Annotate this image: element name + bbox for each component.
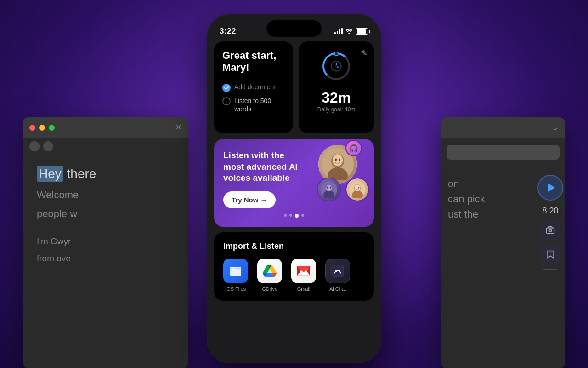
avatar-sm-1-img: [318, 178, 340, 201]
avatar-sm-2: [345, 178, 369, 201]
avatar-woman2-svg: [349, 181, 366, 198]
svg-point-22: [356, 187, 356, 189]
task-item-2[interactable]: Listen to 500 words: [222, 97, 285, 113]
browser-collapse-button[interactable]: ⌄: [552, 122, 559, 132]
import-item-ai-chat[interactable]: Ai Chat: [325, 259, 350, 292]
svg-point-10: [335, 159, 337, 161]
highlight-hey-text: Hey: [37, 166, 63, 182]
task-check-empty-icon: [222, 97, 231, 105]
svg-point-27: [335, 270, 337, 272]
right-control-strip: 8:20: [537, 175, 564, 270]
svg-rect-25: [230, 267, 235, 270]
svg-point-28: [339, 270, 340, 272]
aichat-svg: [331, 264, 345, 278]
browser-line3: people w: [37, 206, 175, 221]
dot-1[interactable]: [284, 214, 287, 217]
timer-icon: [330, 60, 343, 73]
greeting-title: Great start, Mary!: [222, 50, 285, 74]
svg-point-5: [335, 65, 338, 68]
timer-dot: [334, 52, 339, 56]
gdrive-label: GDrive: [262, 286, 277, 292]
phone-main-content: Great start, Mary! Add document Listen t…: [207, 41, 381, 301]
play-button[interactable]: [537, 175, 563, 201]
dot-3-active[interactable]: [295, 214, 299, 218]
widgets-row: Great start, Mary! Add document Listen t…: [214, 41, 374, 133]
svg-point-15: [326, 185, 332, 191]
import-item-gdrive[interactable]: GDrive: [257, 259, 282, 292]
dot-4[interactable]: [301, 214, 304, 217]
traffic-light-green[interactable]: [49, 125, 55, 131]
gmail-svg: [296, 265, 311, 276]
gdrive-icon-box: [257, 259, 282, 283]
browser-line4: I'm Gwyr: [37, 235, 175, 248]
battery-icon: [356, 28, 368, 34]
avatar-woman1-svg: [321, 181, 337, 198]
play-icon: [548, 183, 555, 192]
svg-point-1: [549, 229, 552, 232]
dot-2[interactable]: [289, 214, 292, 217]
divider: [543, 269, 557, 270]
svg-point-9: [333, 154, 343, 166]
svg-point-17: [330, 187, 331, 189]
browser-text-line1: Hey there: [37, 164, 175, 184]
phone-screen: 3:22: [207, 14, 381, 363]
playback-time: 8:20: [542, 206, 558, 216]
traffic-light-yellow[interactable]: [39, 125, 45, 131]
browser-line2: Welcome: [37, 187, 175, 202]
ios-files-icon-box: [223, 259, 248, 283]
svg-point-23: [358, 187, 359, 189]
import-item-gmail[interactable]: Gmail: [291, 259, 316, 292]
task-item-1[interactable]: Add document: [222, 83, 285, 92]
avatar-sm-1: [317, 178, 341, 201]
screenshot-icon[interactable]: [541, 221, 560, 240]
status-time: 3:22: [220, 27, 236, 36]
signal-icon: [334, 29, 343, 34]
import-listen-section: Import & Listen iOS Files: [214, 232, 374, 301]
timer-widget: ✎ 32m Daily goal: 40m: [299, 41, 374, 133]
greeting-widget: Great start, Mary! Add document Listen t…: [214, 41, 293, 133]
banner-avatars: 🎧: [317, 144, 369, 201]
task-check-done-icon: [222, 84, 231, 92]
task-2-text: Listen to 500 words: [234, 97, 285, 113]
svg-point-16: [327, 187, 328, 189]
browser-line5: from ove: [37, 252, 175, 265]
svg-point-11: [339, 159, 340, 161]
ios-files-svg: [229, 264, 243, 278]
traffic-light-red[interactable]: [29, 125, 35, 131]
headphone-icon: 🎧: [349, 144, 358, 153]
gmail-label: Gmail: [297, 286, 311, 292]
timer-value: 32m: [305, 89, 368, 106]
phone-device: 3:22: [207, 14, 381, 363]
import-item-ios-files[interactable]: iOS Files: [223, 259, 248, 292]
wifi-icon: [345, 28, 353, 35]
avatar-sm-2-img: [346, 178, 368, 201]
timer-edit-button[interactable]: ✎: [361, 48, 368, 58]
search-bar[interactable]: [447, 145, 560, 160]
timer-circle: [322, 52, 350, 80]
browser-titlebar-left: ✕: [23, 117, 188, 138]
bookmark-icon[interactable]: [541, 245, 560, 264]
browser-titlebar-right: ⌄: [441, 117, 565, 138]
aichat-label: Ai Chat: [329, 286, 346, 292]
browser-nav-btn-1: [29, 141, 40, 151]
ai-voices-banner: Listen with the most advanced AI voices …: [214, 139, 374, 227]
browser-close-button[interactable]: ✕: [175, 124, 182, 131]
svg-point-21: [355, 185, 360, 191]
aichat-icon-box: [325, 259, 350, 283]
avatar-headphone-badge: 🎧: [345, 140, 362, 156]
dynamic-island: [266, 20, 322, 37]
ios-files-label: iOS Files: [226, 286, 246, 292]
browser-searchbar-right: [441, 138, 565, 167]
browser-controls-left: [23, 138, 188, 155]
task-1-text: Add document: [234, 83, 276, 91]
try-now-button[interactable]: Try Now →: [223, 191, 276, 208]
status-icons: [334, 28, 368, 35]
gdrive-svg: [263, 264, 277, 277]
browser-nav-btn-2: [43, 141, 53, 151]
timer-goal: Daily goal: 40m: [305, 106, 368, 113]
banner-text: Listen with the most advanced AI voices …: [223, 150, 301, 184]
browser-there-text: there: [63, 167, 96, 181]
svg-rect-0: [547, 228, 554, 234]
gmail-icon-box: [291, 259, 316, 283]
import-icons-row: iOS Files: [223, 259, 365, 292]
